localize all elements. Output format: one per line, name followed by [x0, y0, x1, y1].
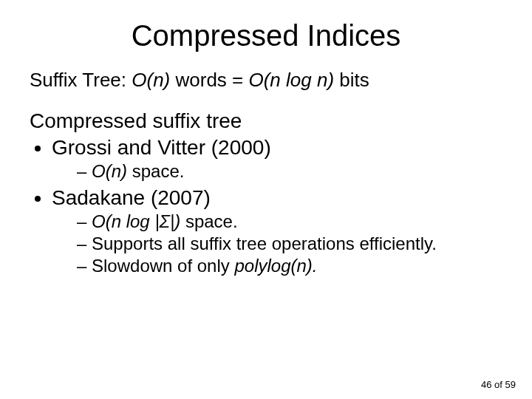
sub-item: O(n log |Σ|) space. [77, 211, 502, 232]
bullet-text: Grossi and Vitter (2000) [52, 136, 271, 159]
big-o-nlogn: O(n log n) [248, 69, 334, 91]
bullet-item: Sadakane (2007) O(n log |Σ|) space. Supp… [52, 186, 502, 276]
sub-item: Slowdown of only polylog(n). [77, 256, 502, 276]
text: words = [170, 69, 248, 91]
page-total: 59 [505, 379, 516, 390]
sub-list: O(n) space. [52, 161, 502, 182]
sub-list: O(n log |Σ|) space. Supports all suffix … [52, 211, 502, 276]
big-o-n: O(n) [132, 69, 170, 91]
text: bits [334, 69, 369, 91]
suffix-tree-line: Suffix Tree: O(n) words = O(n log n) bit… [30, 69, 502, 92]
sub-item: O(n) space. [77, 161, 502, 182]
bullet-item: Grossi and Vitter (2000) O(n) space. [52, 136, 502, 182]
big-o: O(n log |Σ|) [92, 211, 180, 231]
page-of: of [491, 379, 505, 390]
page-current: 46 [481, 379, 491, 390]
sub-item: Supports all suffix tree operations effi… [77, 233, 502, 254]
section-heading: Compressed suffix tree [30, 109, 502, 133]
text: space. [127, 161, 184, 181]
bullet-text: Sadakane (2007) [52, 186, 211, 209]
polylog: polylog(n). [234, 256, 317, 276]
slide-title: Compressed Indices [30, 19, 502, 52]
page-number: 46 of 59 [481, 379, 516, 390]
text: Slowdown of only [92, 256, 234, 276]
big-o: O(n) [92, 161, 127, 181]
bullet-list: Grossi and Vitter (2000) O(n) space. Sad… [30, 136, 502, 276]
slide: Compressed Indices Suffix Tree: O(n) wor… [0, 0, 532, 399]
text: Suffix Tree: [30, 69, 132, 91]
text: space. [180, 211, 237, 231]
